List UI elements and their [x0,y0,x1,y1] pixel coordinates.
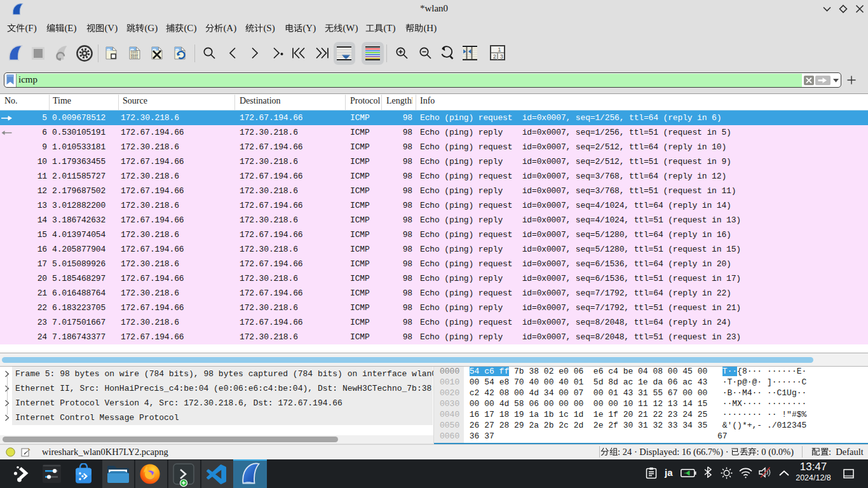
svg-text:3: 3 [500,53,503,60]
svg-text:2: 2 [493,53,496,60]
svg-text:1: 1 [498,46,501,53]
svg-text:0111: 0111 [131,56,138,59]
